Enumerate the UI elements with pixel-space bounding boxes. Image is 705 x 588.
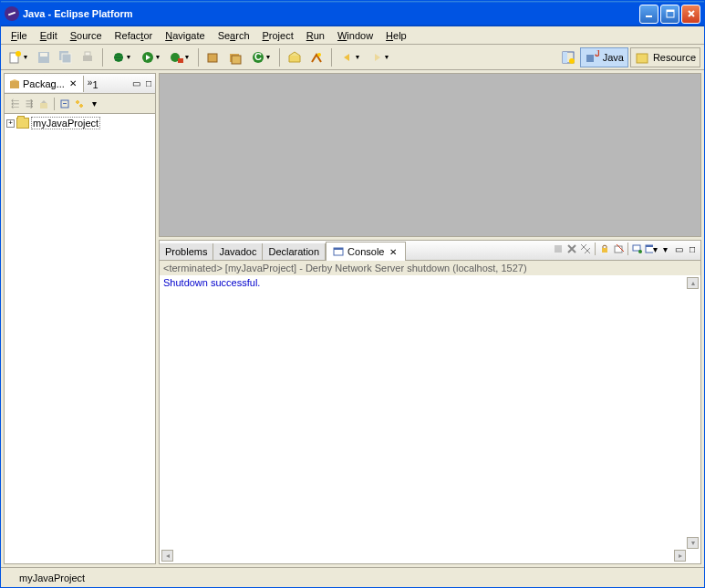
scroll-left-icon[interactable]: ◂ — [161, 550, 173, 562]
new-button[interactable]: ▼ — [5, 47, 32, 67]
menu-edit[interactable]: Edit — [34, 28, 64, 43]
menu-file[interactable]: File — [5, 28, 34, 43]
tab-console-label: Console — [347, 246, 384, 257]
close-tab-icon[interactable]: ✕ — [67, 77, 79, 90]
tab-declaration[interactable]: Declaration — [263, 243, 326, 260]
svg-rect-6 — [40, 53, 47, 57]
menu-source[interactable]: Source — [64, 28, 109, 43]
perspective-java[interactable]: J Java — [580, 47, 628, 67]
console-status: <terminated> [myJavaProject] - Derby Net… — [160, 261, 700, 275]
svg-text:C: C — [254, 51, 262, 62]
clear-console-icon[interactable] — [612, 242, 625, 255]
tree-project-row[interactable]: + myJavaProject — [6, 116, 153, 130]
window-title: Java - Eclipse Platform — [23, 8, 639, 19]
console-text: Shutdown successful. — [163, 277, 260, 288]
project-name[interactable]: myJavaProject — [31, 117, 100, 129]
svg-rect-24 — [586, 55, 594, 62]
svg-rect-27 — [10, 81, 19, 88]
svg-text:J: J — [595, 50, 599, 58]
svg-rect-9 — [83, 56, 92, 61]
menu-search[interactable]: Search — [212, 28, 256, 43]
tab-console[interactable]: Console ✕ — [326, 242, 406, 261]
maximize-panel-icon[interactable]: □ — [686, 242, 699, 255]
svg-rect-2 — [667, 10, 674, 12]
tab-javadoc[interactable]: Javadoc — [213, 243, 263, 260]
run-button[interactable]: ▼ — [137, 47, 164, 67]
menu-window[interactable]: Window — [331, 28, 379, 43]
project-tree[interactable]: + myJavaProject — [5, 114, 155, 563]
scroll-lock-icon[interactable] — [598, 242, 611, 255]
new-class-button[interactable]: C▼ — [247, 47, 275, 67]
svg-rect-17 — [232, 56, 241, 64]
link-editor-icon[interactable] — [73, 98, 86, 110]
svg-rect-30 — [63, 103, 67, 104]
save-button[interactable] — [34, 47, 54, 67]
folder-icon — [16, 118, 29, 129]
svg-rect-36 — [633, 245, 640, 251]
debug-button[interactable]: ▼ — [108, 47, 135, 67]
svg-rect-8 — [62, 54, 71, 63]
display-console-icon[interactable]: ▾ — [645, 242, 658, 255]
up-nav-icon[interactable] — [37, 98, 50, 110]
search-button[interactable] — [306, 47, 327, 67]
run-external-button[interactable]: ▼ — [166, 47, 193, 67]
package-explorer-tab[interactable]: Packag... ✕ — [5, 76, 84, 92]
bottom-panel: Problems Javadoc Declaration Console ✕ — [159, 240, 701, 564]
scroll-right-icon[interactable]: ▸ — [674, 550, 686, 562]
menubar: File Edit Source Refactor Navigate Searc… — [1, 26, 704, 45]
pin-console-icon[interactable] — [631, 242, 644, 255]
svg-rect-39 — [646, 245, 653, 247]
open-perspective-button[interactable] — [558, 47, 578, 67]
new-package-button[interactable] — [203, 47, 223, 67]
save-all-button[interactable] — [56, 47, 76, 67]
maximize-view-icon[interactable]: □ — [142, 77, 155, 90]
svg-rect-28 — [40, 103, 47, 108]
editor-area[interactable] — [159, 73, 701, 237]
scroll-down-icon[interactable]: ▾ — [687, 537, 699, 549]
svg-rect-26 — [637, 54, 648, 63]
remove-all-icon[interactable] — [579, 242, 592, 255]
svg-point-20 — [317, 53, 321, 57]
new-folder-button[interactable] — [225, 47, 245, 67]
minimize-panel-icon[interactable]: ▭ — [672, 242, 685, 255]
back-nav-icon[interactable]: ⬱ — [8, 98, 21, 110]
perspective-resource[interactable]: Resource — [630, 47, 700, 67]
perspective-java-label: Java — [603, 52, 624, 63]
minimize-button[interactable] — [639, 5, 658, 24]
tab-problems[interactable]: Problems — [160, 243, 213, 260]
svg-rect-0 — [646, 15, 652, 17]
svg-point-4 — [16, 51, 21, 57]
remove-launch-icon[interactable] — [565, 242, 578, 255]
terminate-icon[interactable] — [552, 242, 565, 255]
collapse-all-icon[interactable] — [58, 98, 71, 110]
console-icon — [332, 245, 345, 258]
open-console-icon[interactable]: ▾ — [658, 242, 671, 255]
menu-help[interactable]: Help — [379, 28, 413, 43]
close-console-icon[interactable]: ✕ — [387, 245, 399, 258]
forward-button[interactable]: ▼ — [366, 47, 393, 67]
statusbar-text: myJavaProject — [19, 573, 85, 583]
perspective-resource-label: Resource — [653, 52, 696, 63]
scroll-up-icon[interactable]: ▴ — [687, 277, 699, 289]
menu-run[interactable]: Run — [300, 28, 331, 43]
hierarchy-indicator[interactable]: »1 — [84, 77, 102, 90]
console-output[interactable]: Shutdown successful. ▴ ▾ ◂ ▸ — [160, 275, 700, 563]
svg-rect-34 — [602, 248, 607, 253]
menu-project[interactable]: Project — [256, 28, 300, 43]
print-button[interactable] — [78, 47, 98, 67]
minimize-view-icon[interactable]: ▭ — [130, 77, 142, 90]
svg-point-37 — [638, 250, 642, 253]
open-type-button[interactable] — [285, 47, 305, 67]
expand-icon[interactable]: + — [6, 119, 15, 128]
svg-rect-15 — [208, 54, 217, 62]
back-button[interactable]: ▼ — [337, 47, 364, 67]
maximize-button[interactable] — [660, 5, 679, 24]
close-button[interactable] — [681, 5, 700, 24]
svg-rect-33 — [555, 245, 562, 253]
main-toolbar: ▼ ▼ ▼ ▼ C▼ ▼ ▼ J Java Resource — [1, 45, 704, 70]
menu-navigate[interactable]: Navigate — [159, 28, 211, 43]
view-menu-icon[interactable]: ▾ — [88, 98, 100, 110]
forward-nav-icon[interactable]: ⇶ — [23, 98, 36, 110]
titlebar[interactable]: Java - Eclipse Platform — [1, 1, 704, 26]
menu-refactor[interactable]: Refactor — [109, 28, 160, 43]
